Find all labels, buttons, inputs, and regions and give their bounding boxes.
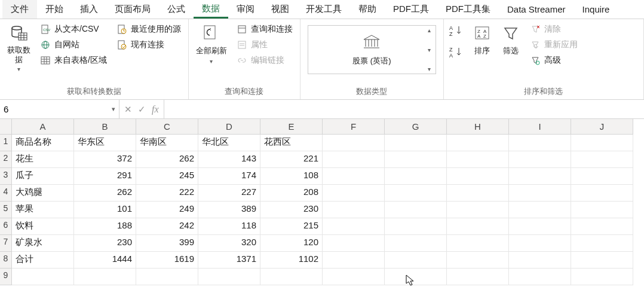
col-header-G[interactable]: G [385, 119, 447, 135]
cell[interactable]: 174 [198, 168, 260, 185]
cell[interactable] [571, 151, 633, 168]
cell[interactable]: 291 [74, 168, 136, 185]
cell[interactable]: 华北区 [198, 135, 260, 151]
recent-sources-button[interactable]: 最近使用的源 [114, 23, 183, 36]
cell[interactable] [447, 185, 509, 202]
cell[interactable]: 花西区 [260, 135, 323, 151]
cell[interactable]: 230 [74, 235, 136, 252]
cell[interactable]: 大鸡腿 [12, 185, 74, 202]
cell[interactable] [447, 168, 509, 185]
cell[interactable]: 1619 [136, 252, 198, 269]
cell[interactable] [385, 269, 447, 285]
sort-desc-button[interactable]: ZA [449, 45, 465, 59]
cell[interactable]: 262 [136, 151, 198, 168]
cell[interactable]: 320 [198, 235, 260, 252]
cell[interactable] [385, 218, 447, 235]
cell[interactable] [74, 269, 136, 285]
cell[interactable] [447, 269, 509, 285]
cell[interactable] [571, 218, 633, 235]
cell[interactable]: 120 [260, 235, 323, 252]
col-header-I[interactable]: I [509, 119, 571, 135]
cell[interactable]: 143 [198, 151, 260, 168]
cell[interactable]: 222 [136, 185, 198, 202]
cell[interactable]: 花生 [12, 151, 74, 168]
cell[interactable]: 101 [74, 202, 136, 218]
cell[interactable] [509, 151, 571, 168]
cell[interactable]: 242 [136, 218, 198, 235]
col-header-B[interactable]: B [74, 119, 136, 135]
cell[interactable]: 瓜子 [12, 168, 74, 185]
cell[interactable] [323, 151, 385, 168]
row-header-5[interactable]: 5 [0, 202, 12, 218]
cell[interactable]: 208 [260, 185, 323, 202]
cell[interactable] [509, 185, 571, 202]
confirm-check-icon[interactable]: ✓ [138, 104, 146, 115]
cell[interactable] [571, 135, 633, 151]
cell[interactable] [323, 168, 385, 185]
cell[interactable] [447, 135, 509, 151]
from-web-button[interactable]: 自网站 [38, 38, 109, 51]
cell[interactable] [447, 202, 509, 218]
cell[interactable] [447, 218, 509, 235]
cell[interactable]: 商品名称 [12, 135, 74, 151]
from-text-csv-button[interactable]: CSV 从文本/CSV [38, 23, 109, 36]
cell[interactable]: 矿泉水 [12, 235, 74, 252]
cell[interactable] [12, 269, 74, 285]
cell[interactable] [571, 235, 633, 252]
col-header-D[interactable]: D [198, 119, 260, 135]
from-table-range-button[interactable]: 来自表格/区域 [38, 54, 109, 67]
row-header-4[interactable]: 4 [0, 185, 12, 202]
cell[interactable] [323, 235, 385, 252]
cell[interactable] [447, 151, 509, 168]
cell[interactable] [509, 168, 571, 185]
menu-item-1[interactable]: 开始 [37, 0, 72, 19]
name-box-input[interactable] [4, 104, 115, 114]
col-header-H[interactable]: H [447, 119, 509, 135]
row-header-7[interactable]: 7 [0, 235, 12, 252]
cell[interactable]: 249 [136, 202, 198, 218]
cell[interactable] [509, 252, 571, 269]
cell[interactable] [323, 218, 385, 235]
col-header-C[interactable]: C [136, 119, 198, 135]
col-header-E[interactable]: E [260, 119, 323, 135]
cell[interactable]: 108 [260, 168, 323, 185]
name-box-dropdown-icon[interactable]: ▾ [112, 105, 115, 113]
cell[interactable]: 118 [198, 218, 260, 235]
queries-connections-button[interactable]: 查询和连接 [234, 23, 295, 36]
cell[interactable]: 389 [198, 202, 260, 218]
cell[interactable]: 苹果 [12, 202, 74, 218]
cell[interactable]: 372 [74, 151, 136, 168]
cell[interactable] [260, 269, 323, 285]
row-header-9[interactable]: 9 [0, 269, 12, 285]
cell[interactable]: 262 [74, 185, 136, 202]
cell[interactable] [323, 185, 385, 202]
cell[interactable] [385, 202, 447, 218]
gallery-up-icon[interactable]: ▴ [425, 27, 434, 33]
cell[interactable]: 399 [136, 235, 198, 252]
select-all-corner[interactable] [0, 119, 12, 135]
cell[interactable]: 1444 [74, 252, 136, 269]
get-data-button[interactable]: 获取数 据 ▾ [4, 22, 34, 75]
cell[interactable]: 华东区 [74, 135, 136, 151]
cell[interactable]: 饮料 [12, 218, 74, 235]
row-header-1[interactable]: 1 [0, 135, 12, 151]
cell[interactable] [509, 135, 571, 151]
cell[interactable] [571, 269, 633, 285]
menu-item-7[interactable]: 视图 [263, 0, 298, 19]
cell[interactable] [509, 218, 571, 235]
cell[interactable] [571, 185, 633, 202]
menu-item-4[interactable]: 公式 [159, 0, 194, 19]
name-box[interactable]: ▾ [0, 100, 119, 118]
cell[interactable] [447, 235, 509, 252]
cell[interactable] [385, 252, 447, 269]
menu-item-0[interactable]: 文件 [2, 0, 37, 19]
cell[interactable] [136, 269, 198, 285]
menu-item-12[interactable]: Data Streamer [499, 0, 574, 19]
cell[interactable]: 合计 [12, 252, 74, 269]
menu-item-9[interactable]: 帮助 [350, 0, 385, 19]
cell[interactable] [198, 269, 260, 285]
cell[interactable] [571, 252, 633, 269]
menu-item-8[interactable]: 开发工具 [298, 0, 350, 19]
menu-item-6[interactable]: 审阅 [228, 0, 263, 19]
filter-button[interactable]: 筛选 [498, 22, 524, 59]
